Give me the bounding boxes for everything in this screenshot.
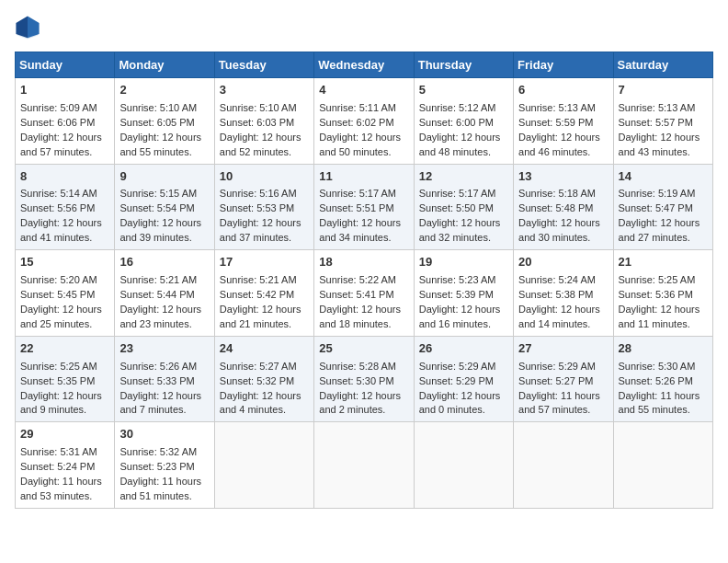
sunrise-text: Sunrise: 5:24 AM bbox=[518, 274, 596, 285]
day-number: 21 bbox=[619, 254, 708, 271]
calendar-cell: 3Sunrise: 5:10 AMSunset: 6:03 PMDaylight… bbox=[214, 78, 313, 165]
daylight-label: Daylight: 12 hours and 46 minutes. bbox=[518, 132, 600, 157]
daylight-label: Daylight: 12 hours and 23 minutes. bbox=[119, 304, 201, 329]
daylight-label: Daylight: 12 hours and 37 minutes. bbox=[220, 217, 301, 243]
sunset-text: Sunset: 5:23 PM bbox=[119, 461, 194, 472]
week-row-1: 1Sunrise: 5:09 AMSunset: 6:06 PMDaylight… bbox=[16, 78, 713, 165]
col-header-saturday: Saturday bbox=[613, 52, 712, 78]
sunset-text: Sunset: 5:26 PM bbox=[619, 375, 693, 386]
daylight-label: Daylight: 12 hours and 32 minutes. bbox=[419, 217, 501, 243]
calendar-cell: 2Sunrise: 5:10 AMSunset: 6:05 PMDaylight… bbox=[115, 78, 214, 165]
calendar-cell: 8Sunrise: 5:14 AMSunset: 5:56 PMDaylight… bbox=[16, 164, 115, 250]
calendar-table: SundayMondayTuesdayWednesdayThursdayFrid… bbox=[15, 52, 713, 509]
day-number: 11 bbox=[319, 168, 408, 186]
sunset-text: Sunset: 5:47 PM bbox=[619, 202, 693, 213]
sunrise-text: Sunrise: 5:13 AM bbox=[619, 102, 696, 113]
sunset-text: Sunset: 5:56 PM bbox=[20, 202, 95, 213]
day-number: 15 bbox=[20, 254, 109, 271]
daylight-label: Daylight: 11 hours and 55 minutes. bbox=[619, 390, 700, 416]
daylight-label: Daylight: 12 hours and 55 minutes. bbox=[119, 132, 201, 157]
sunrise-text: Sunrise: 5:17 AM bbox=[419, 188, 496, 199]
day-number: 16 bbox=[119, 254, 209, 271]
sunset-text: Sunset: 5:51 PM bbox=[319, 202, 393, 213]
logo bbox=[15, 15, 44, 40]
col-header-wednesday: Wednesday bbox=[314, 52, 414, 78]
sunrise-text: Sunrise: 5:17 AM bbox=[319, 188, 396, 199]
sunset-text: Sunset: 5:30 PM bbox=[319, 375, 393, 386]
sunrise-text: Sunrise: 5:13 AM bbox=[518, 102, 596, 113]
sunset-text: Sunset: 5:27 PM bbox=[518, 375, 593, 386]
sunset-text: Sunset: 5:32 PM bbox=[220, 375, 294, 386]
daylight-label: Daylight: 12 hours and 25 minutes. bbox=[20, 304, 102, 329]
sunset-text: Sunset: 5:29 PM bbox=[419, 375, 494, 386]
daylight-label: Daylight: 12 hours and 14 minutes. bbox=[518, 304, 600, 329]
calendar-cell: 13Sunrise: 5:18 AMSunset: 5:48 PMDayligh… bbox=[514, 164, 613, 250]
daylight-label: Daylight: 12 hours and 16 minutes. bbox=[419, 304, 501, 329]
calendar-cell: 9Sunrise: 5:15 AMSunset: 5:54 PMDaylight… bbox=[115, 164, 214, 250]
calendar-cell: 12Sunrise: 5:17 AMSunset: 5:50 PMDayligh… bbox=[414, 164, 513, 250]
sunrise-text: Sunrise: 5:16 AM bbox=[220, 188, 297, 199]
calendar-cell: 18Sunrise: 5:22 AMSunset: 5:41 PMDayligh… bbox=[314, 250, 414, 337]
calendar-cell: 4Sunrise: 5:11 AMSunset: 6:02 PMDaylight… bbox=[314, 78, 414, 165]
sunrise-text: Sunrise: 5:18 AM bbox=[518, 188, 596, 199]
calendar-cell: 29Sunrise: 5:31 AMSunset: 5:24 PMDayligh… bbox=[16, 422, 115, 509]
sunrise-text: Sunrise: 5:21 AM bbox=[119, 274, 197, 285]
daylight-label: Daylight: 12 hours and 30 minutes. bbox=[518, 217, 600, 243]
calendar-header-row: SundayMondayTuesdayWednesdayThursdayFrid… bbox=[16, 52, 713, 78]
sunset-text: Sunset: 5:35 PM bbox=[20, 375, 95, 386]
sunset-text: Sunset: 5:45 PM bbox=[20, 289, 95, 300]
col-header-tuesday: Tuesday bbox=[214, 52, 313, 78]
calendar-cell bbox=[414, 422, 513, 509]
sunset-text: Sunset: 6:05 PM bbox=[119, 117, 194, 128]
calendar-cell: 15Sunrise: 5:20 AMSunset: 5:45 PMDayligh… bbox=[16, 250, 115, 337]
day-number: 14 bbox=[619, 168, 708, 186]
sunset-text: Sunset: 5:36 PM bbox=[619, 289, 693, 300]
sunset-text: Sunset: 5:33 PM bbox=[119, 375, 194, 386]
sunset-text: Sunset: 5:53 PM bbox=[220, 202, 294, 213]
sunset-text: Sunset: 5:48 PM bbox=[518, 202, 593, 213]
sunrise-text: Sunrise: 5:21 AM bbox=[220, 274, 297, 285]
sunset-text: Sunset: 5:59 PM bbox=[518, 117, 593, 128]
sunrise-text: Sunrise: 5:19 AM bbox=[619, 188, 696, 199]
calendar-cell: 14Sunrise: 5:19 AMSunset: 5:47 PMDayligh… bbox=[613, 164, 712, 250]
daylight-label: Daylight: 11 hours and 51 minutes. bbox=[119, 476, 201, 501]
daylight-label: Daylight: 12 hours and 50 minutes. bbox=[319, 132, 401, 157]
sunrise-text: Sunrise: 5:28 AM bbox=[319, 361, 396, 372]
day-number: 22 bbox=[20, 340, 109, 358]
sunrise-text: Sunrise: 5:32 AM bbox=[119, 446, 197, 457]
week-row-3: 15Sunrise: 5:20 AMSunset: 5:45 PMDayligh… bbox=[16, 250, 713, 337]
day-number: 26 bbox=[419, 340, 508, 358]
day-number: 13 bbox=[518, 168, 608, 186]
daylight-label: Daylight: 12 hours and 52 minutes. bbox=[220, 132, 301, 157]
sunrise-text: Sunrise: 5:26 AM bbox=[119, 361, 197, 372]
sunrise-text: Sunrise: 5:30 AM bbox=[619, 361, 696, 372]
sunset-text: Sunset: 5:39 PM bbox=[419, 289, 494, 300]
sunrise-text: Sunrise: 5:10 AM bbox=[119, 102, 197, 113]
col-header-monday: Monday bbox=[115, 52, 214, 78]
calendar-cell: 7Sunrise: 5:13 AMSunset: 5:57 PMDaylight… bbox=[613, 78, 712, 165]
daylight-label: Daylight: 12 hours and 18 minutes. bbox=[319, 304, 401, 329]
day-number: 6 bbox=[518, 82, 608, 99]
col-header-friday: Friday bbox=[514, 52, 613, 78]
sunset-text: Sunset: 5:41 PM bbox=[319, 289, 393, 300]
day-number: 5 bbox=[419, 82, 508, 99]
daylight-label: Daylight: 12 hours and 39 minutes. bbox=[119, 217, 201, 243]
day-number: 12 bbox=[419, 168, 508, 186]
day-number: 30 bbox=[119, 426, 209, 443]
day-number: 29 bbox=[20, 426, 109, 443]
daylight-label: Daylight: 11 hours and 57 minutes. bbox=[518, 390, 600, 416]
day-number: 3 bbox=[220, 82, 309, 99]
calendar-cell: 10Sunrise: 5:16 AMSunset: 5:53 PMDayligh… bbox=[214, 164, 313, 250]
day-number: 8 bbox=[20, 168, 109, 186]
week-row-2: 8Sunrise: 5:14 AMSunset: 5:56 PMDaylight… bbox=[16, 164, 713, 250]
daylight-label: Daylight: 12 hours and 0 minutes. bbox=[419, 390, 501, 416]
calendar-cell: 26Sunrise: 5:29 AMSunset: 5:29 PMDayligh… bbox=[414, 336, 513, 422]
sunrise-text: Sunrise: 5:23 AM bbox=[419, 274, 496, 285]
sunset-text: Sunset: 5:38 PM bbox=[518, 289, 593, 300]
col-header-sunday: Sunday bbox=[16, 52, 115, 78]
daylight-label: Daylight: 12 hours and 7 minutes. bbox=[119, 390, 201, 416]
calendar-cell: 20Sunrise: 5:24 AMSunset: 5:38 PMDayligh… bbox=[514, 250, 613, 337]
sunrise-text: Sunrise: 5:29 AM bbox=[419, 361, 496, 372]
daylight-label: Daylight: 12 hours and 41 minutes. bbox=[20, 217, 102, 243]
sunset-text: Sunset: 5:42 PM bbox=[220, 289, 294, 300]
